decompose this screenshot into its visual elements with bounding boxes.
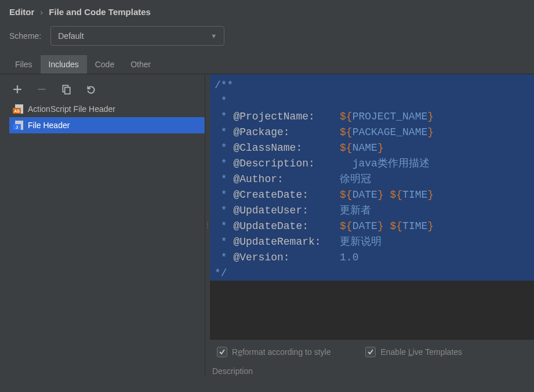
description-label: Description <box>210 364 534 376</box>
tab-other[interactable]: Other <box>122 55 159 74</box>
breadcrumb-current: File and Code Templates <box>49 7 151 17</box>
tree-item-label: ActionScript File Header <box>28 104 115 114</box>
scheme-select[interactable]: Default ▼ <box>50 26 224 46</box>
file-icon: J <box>13 121 23 130</box>
file-icon: AS <box>13 104 23 114</box>
tab-includes[interactable]: Includes <box>41 55 87 74</box>
scheme-row: Scheme: Default ▼ <box>0 21 534 55</box>
scheme-value: Default <box>58 31 83 41</box>
breadcrumb-editor[interactable]: Editor <box>9 7 34 17</box>
template-tabs: Files Includes Code Other <box>0 55 534 74</box>
splitter-handle[interactable]: ⋮ <box>205 74 210 376</box>
breadcrumb: Editor › File and Code Templates <box>0 0 534 21</box>
template-options: Reformat according to style Enable Live … <box>210 340 534 364</box>
reformat-label: Reformat according to style <box>232 347 330 357</box>
chevron-down-icon: ▼ <box>210 32 217 39</box>
remove-button <box>36 84 48 95</box>
add-button[interactable] <box>12 84 23 95</box>
template-list-panel: AS ActionScript File Header J File Heade… <box>0 74 205 376</box>
breadcrumb-separator: › <box>40 7 43 17</box>
template-tree: AS ActionScript File Header J File Heade… <box>9 101 205 133</box>
live-templates-checkbox[interactable]: Enable Live Templates <box>365 347 462 357</box>
tab-code[interactable]: Code <box>87 55 122 74</box>
template-toolbar <box>9 80 205 101</box>
tab-files[interactable]: Files <box>7 55 41 74</box>
revert-button[interactable] <box>85 84 96 95</box>
live-templates-label: Enable Live Templates <box>380 347 462 357</box>
reformat-checkbox[interactable]: Reformat according to style <box>217 347 330 357</box>
tree-item-label: File Header <box>28 121 70 130</box>
checkbox-icon <box>365 347 376 357</box>
tree-item-file-header[interactable]: J File Header <box>9 117 205 133</box>
scheme-label: Scheme: <box>9 31 41 41</box>
checkbox-icon <box>217 347 227 357</box>
svg-rect-1 <box>65 88 70 94</box>
template-editor[interactable]: /** * * @ProjectName: ${PROJECT_NAME} * … <box>210 74 534 340</box>
tree-item-actionscript[interactable]: AS ActionScript File Header <box>9 101 205 117</box>
copy-button[interactable] <box>60 84 72 95</box>
